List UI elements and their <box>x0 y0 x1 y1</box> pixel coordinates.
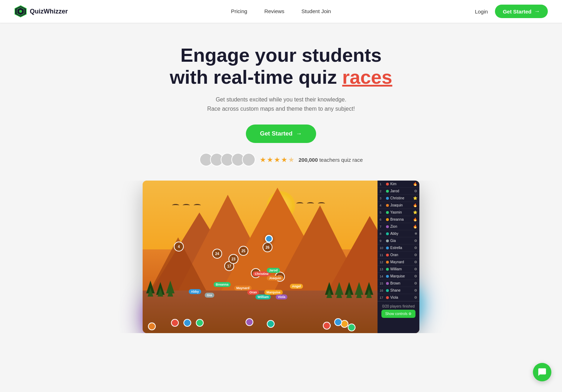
login-link[interactable]: Login <box>475 9 488 15</box>
hero-highlight: races <box>342 66 392 88</box>
avatar-group <box>199 153 255 166</box>
show-controls-button[interactable]: Show controls ⚙ <box>381 310 415 318</box>
leaderboard-row: 8 Abby ❄ <box>378 230 419 237</box>
social-proof: ★ ★ ★ ★ ★ 200,000 teachers quiz race <box>7 153 555 166</box>
star-rating: ★ ★ ★ ★ ★ <box>260 155 294 164</box>
navbar: QuizWhizzer Pricing Reviews Student Join… <box>0 0 562 23</box>
leaderboard-row: 13 William ⚙ <box>378 266 419 273</box>
leaderboard-row: 12 Maynard ⚙ <box>378 259 419 266</box>
leaderboard-row: 3 Christine ⭐ <box>378 195 419 202</box>
player-tag: Gia <box>205 293 214 298</box>
game-map: 4 17 18 21 23 24 25 26 Breanna Abby Gia … <box>143 181 419 333</box>
player-tag: Oran <box>247 290 259 295</box>
leaderboard-row: 4 Joaquin 🔥 <box>378 202 419 209</box>
leaderboard-row: 17 Viola ⚙ <box>378 294 419 301</box>
leaderboard-row: 9 Gia ⚙ <box>378 237 419 244</box>
logo[interactable]: QuizWhizzer <box>14 5 68 18</box>
arrow-icon: → <box>534 8 540 15</box>
player-tag: Breanna <box>214 282 231 287</box>
nav-pricing[interactable]: Pricing <box>231 8 247 14</box>
leaderboard-row: 2 Jarod ⚙ <box>378 188 419 195</box>
nav-student-join[interactable]: Student Join <box>302 8 331 14</box>
leaderboard-row: 15 Brown ⚙ <box>378 280 419 287</box>
logo-text: QuizWhizzer <box>30 8 68 15</box>
leaderboard-row: 7 Zion 🔥 <box>378 223 419 230</box>
game-screenshot-wrapper: » <box>121 181 441 333</box>
game-screenshot: 4 17 18 21 23 24 25 26 Breanna Abby Gia … <box>143 181 419 333</box>
player-tag: Marquise <box>264 290 283 295</box>
player-tag: Viola <box>276 294 287 299</box>
content-area: » <box>0 181 562 333</box>
leaderboard: 1 Kim 🔥 2 Jarod ⚙ 3 Christine ⭐ 4 Joaqui… <box>378 181 419 333</box>
player-tag: Angel <box>290 284 303 289</box>
trees-right <box>325 282 373 295</box>
hero-subtitle: Get students excited while you test thei… <box>7 95 555 113</box>
leaderboard-rows: 1 Kim 🔥 2 Jarod ⚙ 3 Christine ⭐ 4 Joaqui… <box>378 181 419 301</box>
leaderboard-row: 11 Oran ⚙ <box>378 252 419 259</box>
leaderboard-row: 16 Shane ⚙ <box>378 287 419 294</box>
chat-button[interactable] <box>533 363 551 381</box>
hero-section: Engage your students with real-time quiz… <box>0 23 562 166</box>
leaderboard-row: 10 Estrella ⚙ <box>378 244 419 252</box>
cta-arrow-icon: → <box>296 130 302 137</box>
nav-reviews[interactable]: Reviews <box>264 8 285 14</box>
nav-right: Login Get Started → <box>475 5 548 18</box>
svg-point-2 <box>19 10 22 13</box>
player-tag: William <box>255 294 271 299</box>
trees-left <box>146 281 175 295</box>
nav-get-started-button[interactable]: Get Started → <box>495 5 548 18</box>
leaderboard-row: 6 Breanna 🔥 <box>378 216 419 223</box>
player-tag: Abby <box>189 289 201 294</box>
hero-cta-button[interactable]: Get Started → <box>246 125 316 143</box>
hero-headline: Engage your students with real-time quiz… <box>7 44 555 88</box>
player-tag: Joaquin <box>267 276 283 281</box>
chat-icon <box>538 368 547 377</box>
teacher-count: 200,000 teachers quiz race <box>299 157 363 163</box>
leaderboard-footer: 0/20 players finished Show controls ⚙ <box>378 301 419 322</box>
logo-icon <box>14 5 27 18</box>
avatar <box>242 153 255 166</box>
player-tag: Jarod <box>267 268 280 273</box>
leaderboard-row: 1 Kim 🔥 <box>378 181 419 188</box>
leaderboard-row: 14 Marquise ⚙ <box>378 273 419 280</box>
leaderboard-row: 5 Yasmin ⭐ <box>378 209 419 216</box>
progress-text: 0/20 players finished <box>380 304 417 308</box>
nav-links: Pricing Reviews Student Join <box>231 8 331 15</box>
